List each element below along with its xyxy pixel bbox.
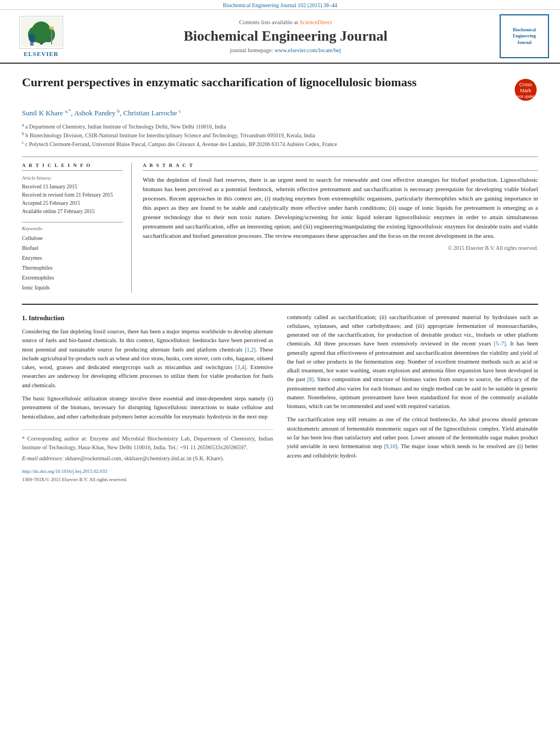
article-title: Current perspectives in enzymatic saccha… — [22, 75, 502, 91]
affiliations: a a Department of Chemistry, Indian Inst… — [22, 122, 538, 149]
contents-available-text: Contents lists available at ScienceDirec… — [82, 19, 489, 25]
body-col-right: commonly called as saccharification; (ii… — [287, 313, 539, 484]
journal-title: Biochemical Engineering Journal — [82, 27, 489, 44]
svg-rect-6 — [30, 41, 33, 46]
body-divider — [22, 304, 538, 305]
svg-point-8 — [49, 26, 54, 30]
affiliation-b: b b Biotechnology Division, CSIR-Nationa… — [22, 131, 538, 140]
elsevier-logo: ELSEVIER — [11, 16, 71, 57]
article-info-abstract-section: A R T I C L E I N F O Article history: R… — [22, 157, 538, 293]
abstract-text: With the depletion of fossil fuel reserv… — [143, 175, 538, 241]
elsevier-tree-image — [19, 16, 63, 49]
corresponding-author-note: * Corresponding author at: Enzyme and Mi… — [22, 434, 273, 453]
email-addresses: skhare@rocketmail.com, skkhare@chemistry… — [65, 455, 224, 461]
body-para-1: Considering the fast depleting fossil so… — [22, 327, 273, 390]
svg-text:check updates: check updates — [513, 94, 538, 99]
affiliation-a: a a Department of Chemistry, Indian Inst… — [22, 122, 538, 131]
article-content: Current perspectives in enzymatic saccha… — [0, 64, 560, 495]
keyword-cellulose: Cellulose Biofuel Enzymes Thermophiles E… — [22, 233, 123, 293]
email-label: E-mail addresses: — [22, 455, 64, 461]
affiliation-c: c c Polytech Clermont-Ferrand, Universit… — [22, 140, 538, 148]
journal-reference-bar: Biochemical Engineering Journal 102 (201… — [0, 0, 560, 10]
journal-homepage: journal homepage: www.elsevier.com/locat… — [82, 47, 489, 53]
crossmark-logo: Cross Mark check updates — [513, 77, 538, 102]
journal-url[interactable]: www.elsevier.com/locate/bej — [275, 47, 341, 53]
abstract-label: A B S T R A C T — [143, 163, 538, 171]
svg-text:Cross: Cross — [519, 82, 533, 87]
section1-heading: 1. Introduction — [22, 313, 273, 323]
journal-header: ELSEVIER Contents lists available at Sci… — [0, 10, 560, 64]
journal-logo-right: BiochemicalEngineeringJournal — [500, 14, 549, 58]
body-para-3: commonly called as saccharification; (ii… — [287, 313, 539, 411]
doi-line: http://dx.doi.org/10.1016/j.bej.2015.02.… — [22, 468, 273, 476]
body-text-section: 1. Introduction Considering the fast dep… — [22, 313, 538, 484]
elsevier-brand-text: ELSEVIER — [24, 51, 59, 57]
authors: Sunil K Khare a,*, Ashok Pandey b, Chris… — [22, 108, 538, 119]
journal-center: Contents lists available at ScienceDirec… — [71, 19, 500, 53]
copyright-footer: 1369-703X/© 2015 Elsevier B.V. All right… — [22, 476, 273, 484]
email-note: E-mail addresses: skhare@rocketmail.com,… — [22, 454, 273, 463]
doi-text: http://dx.doi.org/10.1016/j.bej.2015.02.… — [22, 468, 108, 474]
svg-text:Mark: Mark — [520, 88, 531, 93]
abstract-copyright: © 2015 Elsevier B.V. All rights reserved… — [143, 245, 538, 251]
body-para-2: The basic lignocellulosic utilization st… — [22, 394, 273, 421]
article-info-label: A R T I C L E I N F O — [22, 163, 123, 171]
article-title-section: Current perspectives in enzymatic saccha… — [22, 75, 538, 102]
abstract-column: A B S T R A C T With the depletion of fo… — [143, 163, 538, 293]
keywords-label: Keywords: — [22, 222, 123, 231]
journal-ref-text: Biochemical Engineering Journal 102 (201… — [223, 2, 337, 8]
body-col-left: 1. Introduction Considering the fast dep… — [22, 313, 273, 484]
article-info-column: A R T I C L E I N F O Article history: R… — [22, 163, 132, 293]
footnote-area: * Corresponding author at: Enzyme and Mi… — [22, 429, 273, 484]
svg-rect-7 — [51, 28, 52, 44]
history-received: Received 13 January 2015 Received in rev… — [22, 183, 123, 216]
history-label: Article history: — [22, 175, 123, 181]
sciencedirect-link[interactable]: ScienceDirect — [300, 19, 332, 25]
body-para-4: The saccharification step still remains … — [287, 415, 539, 460]
